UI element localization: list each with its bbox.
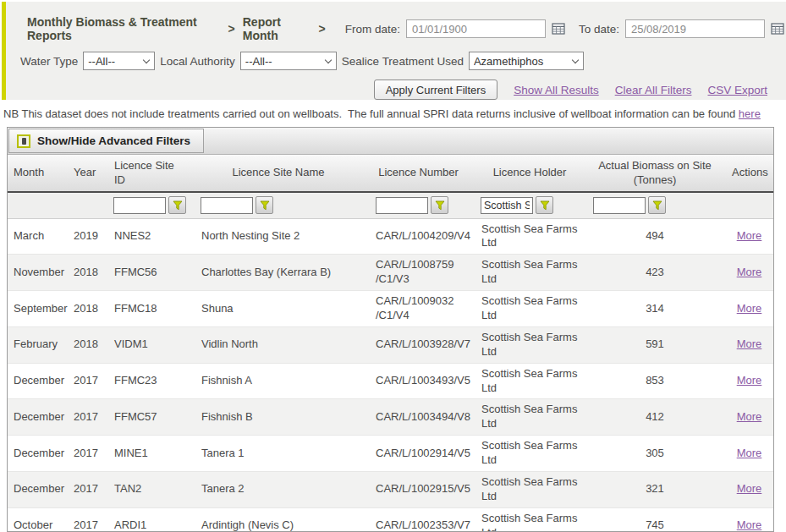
show-all-results-link[interactable]: Show All Results xyxy=(514,84,599,96)
more-link[interactable]: More xyxy=(737,374,762,387)
cell-year: 2017 xyxy=(67,363,107,399)
column-header-site-name: Licence Site Name xyxy=(195,155,362,192)
table-row: December 2017 TAN2 Tanera 2 CAR/L/100291… xyxy=(8,471,773,507)
cell-site-id: ARDI1 xyxy=(107,507,195,532)
cell-month: October xyxy=(8,507,67,532)
breadcrumb-separator: > xyxy=(318,22,325,36)
table-row: December 2017 MINE1 Tanera 1 CAR/L/10029… xyxy=(8,436,773,472)
biomass-filter-input[interactable] xyxy=(593,197,646,214)
cell-site-id: TAN2 xyxy=(107,471,195,507)
site-id-filter-button[interactable] xyxy=(168,196,186,214)
cell-biomass: 412 xyxy=(585,399,725,436)
cell-site-name: Shuna xyxy=(195,291,362,327)
cell-month: December xyxy=(8,363,67,399)
clear-all-filters-link[interactable]: Clear All Filters xyxy=(615,84,692,96)
table-row: December 2017 FFMC57 Fishnish B CAR/L/10… xyxy=(8,399,773,436)
licence-holder-filter-input[interactable] xyxy=(481,197,533,214)
csv-export-link[interactable]: CSV Export xyxy=(707,84,767,96)
more-link[interactable]: More xyxy=(737,410,762,423)
from-date-group: From date: xyxy=(345,19,567,38)
cell-licence-number: CAR/L/1002353/V7 xyxy=(362,507,475,532)
licence-number-filter-button[interactable] xyxy=(431,196,448,214)
cell-actions: More xyxy=(725,471,773,507)
cell-site-name: Vidlin North xyxy=(195,326,362,363)
cell-licence-number: CAR/L/1002915/V5 xyxy=(362,471,475,507)
to-date-group: To date: xyxy=(579,19,786,38)
cell-licence-number: CAR/L/1003928/V7 xyxy=(362,326,475,363)
more-link[interactable]: More xyxy=(737,482,762,495)
cell-site-id: VIDM1 xyxy=(107,326,195,363)
column-header-actions: Actions xyxy=(725,155,773,192)
breadcrumb-separator: > xyxy=(228,22,235,36)
cell-month: December xyxy=(8,399,67,436)
site-name-filter-input[interactable] xyxy=(201,197,253,214)
actions-row: Apply Current Filters Show All Results C… xyxy=(2,70,786,100)
more-link[interactable]: More xyxy=(737,447,762,459)
table-filter-row xyxy=(8,192,773,218)
cell-site-id: MINE1 xyxy=(107,436,195,472)
from-date-input[interactable] xyxy=(406,19,546,38)
water-type-select[interactable]: --All-- xyxy=(83,52,155,70)
cell-site-name: North Nesting Site 2 xyxy=(195,218,362,255)
results-table-container: Show/Hide Advanced Filters Month Year Li… xyxy=(7,127,774,532)
cell-year: 2018 xyxy=(67,291,107,327)
cell-actions: More xyxy=(725,255,773,291)
cell-licence-number: CAR/L/1008759 /C1/V3 xyxy=(362,255,475,291)
calendar-icon xyxy=(551,21,566,36)
table-body: March 2019 NNES2 North Nesting Site 2 CA… xyxy=(8,218,773,532)
from-date-calendar-button[interactable] xyxy=(550,20,567,37)
cell-actions: More xyxy=(725,326,773,363)
wellboat-note: NB This dataset does not include treatme… xyxy=(3,107,782,120)
cell-month: November xyxy=(8,255,67,291)
cell-licence-holder: Scottish Sea Farms Ltd xyxy=(475,363,585,399)
to-date-input[interactable] xyxy=(625,19,765,38)
local-authority-select[interactable]: --All-- xyxy=(240,52,337,70)
cell-site-name: Tanera 2 xyxy=(195,471,362,507)
cell-site-name: Fishnish B xyxy=(195,399,362,436)
table-row: February 2018 VIDM1 Vidlin North CAR/L/1… xyxy=(8,326,773,363)
cell-licence-holder: Scottish Sea Farms Ltd xyxy=(475,399,585,436)
cell-site-name: Tanera 1 xyxy=(195,436,362,472)
advanced-filters-icon xyxy=(17,134,30,148)
sealice-treatment-select[interactable]: Azamethiphos xyxy=(469,52,584,70)
cell-year: 2017 xyxy=(67,399,107,436)
more-link[interactable]: More xyxy=(737,337,762,350)
more-link[interactable]: More xyxy=(737,266,762,278)
cell-year: 2017 xyxy=(67,436,107,472)
cell-actions: More xyxy=(725,399,773,436)
water-type-label: Water Type xyxy=(20,55,78,68)
licence-holder-filter-button[interactable] xyxy=(536,196,553,214)
funnel-icon xyxy=(173,200,183,211)
table-header-row: Month Year Licence Site ID Licence Site … xyxy=(8,155,773,192)
cell-year: 2018 xyxy=(67,255,107,291)
column-header-licence-holder: Licence Holder xyxy=(475,155,585,192)
apply-filters-button[interactable]: Apply Current Filters xyxy=(374,80,497,100)
cell-actions: More xyxy=(725,507,773,532)
to-date-calendar-button[interactable] xyxy=(769,20,786,37)
column-header-licence-number: Licence Number xyxy=(362,155,475,192)
funnel-icon xyxy=(435,200,445,211)
biomass-filter-button[interactable] xyxy=(648,196,666,214)
cell-site-id: FFMC23 xyxy=(107,363,195,399)
cell-biomass: 853 xyxy=(585,363,725,399)
accent-bar xyxy=(2,2,6,100)
more-link[interactable]: More xyxy=(737,302,762,315)
cell-month: March xyxy=(8,218,67,255)
show-hide-advanced-filters-button[interactable]: Show/Hide Advanced Filters xyxy=(8,129,204,153)
to-date-label: To date: xyxy=(579,23,619,36)
table-row: December 2017 FFMC23 Fishnish A CAR/L/10… xyxy=(8,363,773,399)
cell-actions: More xyxy=(725,436,773,472)
more-link[interactable]: More xyxy=(737,518,762,531)
cell-biomass: 423 xyxy=(585,255,725,291)
wellboat-note-here-link[interactable]: here xyxy=(739,107,761,120)
funnel-icon xyxy=(540,200,550,211)
from-date-label: From date: xyxy=(345,23,400,36)
table-row: March 2019 NNES2 North Nesting Site 2 CA… xyxy=(8,218,773,255)
site-name-filter-button[interactable] xyxy=(256,196,273,214)
cell-site-id: NNES2 xyxy=(107,218,195,255)
site-id-filter-input[interactable] xyxy=(113,197,166,214)
cell-licence-number: CAR/L/1003494/V8 xyxy=(362,399,475,436)
licence-number-filter-input[interactable] xyxy=(376,197,428,214)
more-link[interactable]: More xyxy=(737,229,762,242)
advanced-filters-button-label: Show/Hide Advanced Filters xyxy=(37,134,190,147)
